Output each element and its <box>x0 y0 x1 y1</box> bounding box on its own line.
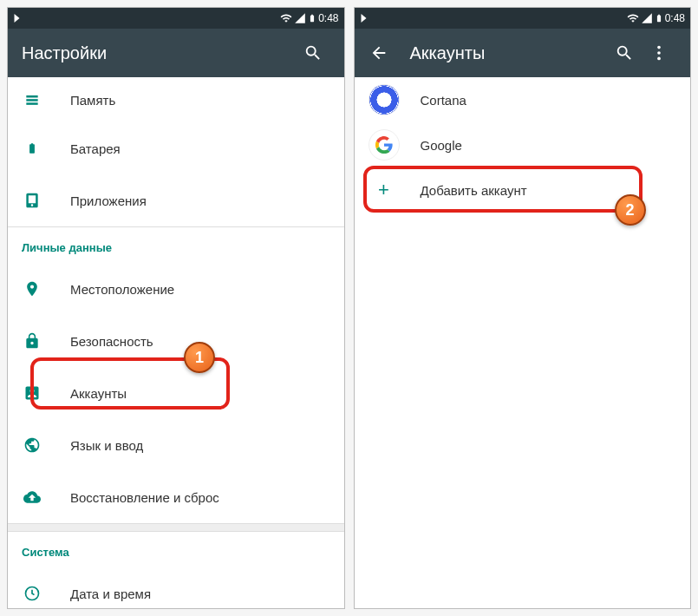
settings-label: Батарея <box>70 141 121 156</box>
plus-icon: + <box>369 174 400 206</box>
settings-item-language[interactable]: Язык и ввод <box>8 419 344 471</box>
svg-point-6 <box>657 57 661 61</box>
battery-settings-icon <box>22 138 42 159</box>
battery-icon <box>655 12 663 24</box>
back-button[interactable] <box>362 36 396 70</box>
settings-item-battery[interactable]: Батарея <box>8 122 344 174</box>
overflow-menu-button[interactable] <box>642 36 676 70</box>
play-store-icon <box>360 13 370 23</box>
svg-rect-0 <box>26 95 37 98</box>
apps-icon <box>22 190 42 211</box>
settings-label: Приложения <box>70 193 147 208</box>
memory-icon <box>22 89 42 110</box>
settings-item-backup[interactable]: Восстановление и сброс <box>8 471 344 523</box>
status-bar: 0:48 <box>355 8 691 29</box>
settings-item-security[interactable]: Безопасность <box>8 315 344 367</box>
account-icon <box>22 383 42 403</box>
svg-rect-1 <box>26 99 37 102</box>
svg-rect-2 <box>26 102 37 105</box>
account-item-cortana[interactable]: Cortana <box>355 77 691 122</box>
status-time: 0:48 <box>665 12 685 24</box>
svg-point-4 <box>657 46 661 49</box>
globe-icon <box>22 435 42 455</box>
play-store-icon <box>13 13 23 23</box>
marker-2: 2 <box>615 194 646 226</box>
arrow-back-icon <box>369 43 388 62</box>
marker-1: 1 <box>184 342 215 373</box>
settings-item-location[interactable]: Местоположение <box>8 263 344 315</box>
section-personal-header: Личные данные <box>8 226 344 263</box>
app-bar: Аккаунты <box>355 29 691 77</box>
settings-item-accounts[interactable]: Аккаунты <box>8 367 344 419</box>
backup-icon <box>22 487 42 508</box>
settings-label: Восстановление и сброс <box>70 490 219 505</box>
settings-label: Язык и ввод <box>70 438 143 453</box>
google-icon <box>369 129 400 161</box>
page-title: Настройки <box>22 43 296 63</box>
location-icon <box>22 279 42 299</box>
settings-label: Аккаунты <box>70 386 127 401</box>
signal-icon <box>641 12 653 24</box>
phone-screen-settings: 0:48 Настройки Память Батарея Приложения… <box>7 7 345 609</box>
more-vert-icon <box>649 43 669 62</box>
search-button[interactable] <box>607 36 642 70</box>
search-icon <box>303 43 323 62</box>
settings-label: Память <box>70 93 115 108</box>
status-time: 0:48 <box>318 12 338 24</box>
page-title: Аккаунты <box>410 43 608 63</box>
lock-icon <box>22 331 42 351</box>
svg-point-5 <box>657 51 661 55</box>
wifi-icon <box>280 12 292 24</box>
cortana-icon <box>369 84 400 115</box>
settings-label: Местоположение <box>70 282 174 297</box>
clock-icon <box>22 583 42 604</box>
app-bar: Настройки <box>8 29 344 77</box>
phone-screen-accounts: 0:48 Аккаунты Cortana Google + Добавить … <box>354 7 692 609</box>
search-button[interactable] <box>296 36 330 70</box>
settings-label: Дата и время <box>70 587 151 601</box>
settings-item-apps[interactable]: Приложения <box>8 174 344 226</box>
account-label: Cortana <box>421 93 466 108</box>
battery-icon <box>308 12 316 24</box>
status-bar: 0:48 <box>8 8 344 29</box>
search-icon <box>615 43 634 62</box>
section-system-header: Система <box>8 532 344 567</box>
account-label: Google <box>421 138 462 153</box>
account-item-google[interactable]: Google <box>355 122 691 167</box>
wifi-icon <box>627 12 639 24</box>
settings-item-datetime[interactable]: Дата и время <box>8 567 344 609</box>
settings-item-memory[interactable]: Память <box>8 77 344 122</box>
settings-label: Безопасность <box>70 334 153 349</box>
signal-icon <box>294 12 306 24</box>
add-account-label: Добавить аккаунт <box>421 183 527 198</box>
